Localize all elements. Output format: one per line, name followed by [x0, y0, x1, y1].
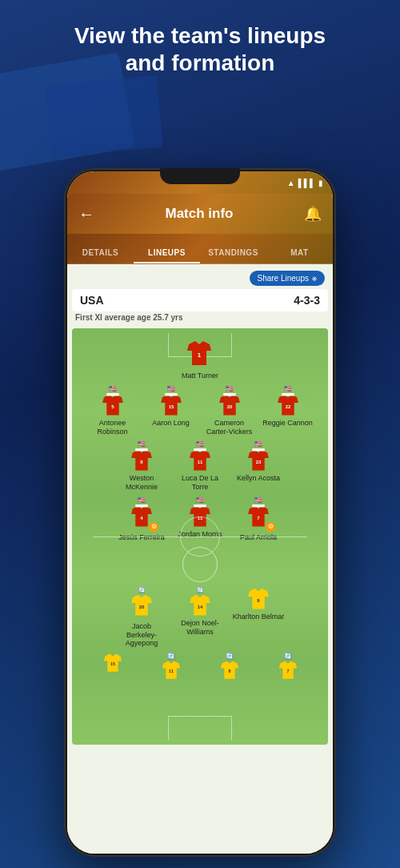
football-pitch: 1 Matt Turner 🇺🇸 5 — [72, 328, 328, 745]
phone-frame: ▲ ▌▌▌ ▮ ← Match info 🔔 DETAILS LINEUPS S… — [64, 168, 336, 857]
bench-1-jersey: 20 — [128, 593, 155, 617]
svg-text:23: 23 — [256, 460, 262, 464]
avg-age: First XI average age 25.7 yrs — [67, 311, 333, 325]
mid-1-jersey: 8 — [128, 448, 155, 472]
bench-player-4: 15 — [86, 653, 138, 673]
bench-3-name: Kharlton Belmar — [233, 613, 285, 621]
tab-standings[interactable]: STANDINGS — [200, 248, 266, 263]
defender-4-name: Reggie Cannon — [262, 419, 313, 428]
back-button[interactable]: ← — [78, 205, 94, 223]
midfielders-row: 🇺🇸 8 Weston McKennie 🇺🇸 — [75, 440, 325, 492]
content-area: Share Lineups ⎈ USA 4-3-3 First XI avera… — [67, 264, 333, 854]
defender-3-name: CameronCarter-Vickers — [206, 419, 252, 436]
defender-4-jersey: 22 — [274, 393, 302, 417]
bench-player-2: 🔄 14 Dejon Noel-Williams — [174, 587, 226, 637]
mid-3-name: Kellyn Acosta — [237, 474, 280, 483]
tab-lineups[interactable]: LINEUPS — [134, 248, 200, 263]
defender-2-jersey: 15 — [158, 393, 185, 417]
player-defender-3: 🇺🇸 20 CameronCarter-Vickers — [203, 385, 255, 436]
bench-player-1: 🔄 20 JacobBerkeley-Agyepong — [116, 587, 168, 648]
headline-line2: and formation — [126, 50, 275, 75]
battery-icon: ▮ — [318, 179, 323, 187]
bench-2-jersey: 14 — [186, 593, 214, 617]
player-mid-2: 🇺🇸 11 Luca De La Torre — [174, 440, 226, 492]
bg-decoration-2 — [45, 75, 162, 157]
bench-6-jersey: 8 — [218, 660, 242, 681]
bench-row-2: 15 🔄 11 🔄 8 — [75, 653, 325, 681]
formation-header: USA 4-3-3 — [72, 289, 328, 311]
player-fwd-3: 🇺🇸 7 ⚙ Paul Arriola — [233, 496, 285, 542]
player-defender-4: 🇺🇸 22 Reggie Cannon — [262, 385, 314, 428]
svg-text:11: 11 — [169, 669, 174, 674]
mid-2-jersey: 11 — [186, 448, 214, 472]
bench-3-jersey: 9 — [245, 587, 272, 611]
status-icons: ▲ ▌▌▌ ▮ — [287, 179, 323, 187]
bench-player-6: 🔄 8 — [203, 653, 255, 681]
phone-screen: ▲ ▌▌▌ ▮ ← Match info 🔔 DETAILS LINEUPS S… — [67, 171, 333, 854]
page-title: Match info — [166, 206, 234, 222]
tab-details[interactable]: DETAILS — [67, 248, 134, 263]
sub-icon-2: ⚙ — [266, 522, 275, 532]
wifi-icon: ▲ — [287, 179, 295, 187]
defender-3-jersey: 20 — [216, 393, 243, 417]
svg-text:15: 15 — [168, 404, 174, 409]
goalkeeper-row: 1 Matt Turner — [75, 340, 325, 380]
goalkeeper-jersey: 1 — [184, 340, 216, 370]
svg-text:20: 20 — [139, 605, 145, 609]
headline: View the team's lineups and formation — [0, 22, 400, 76]
defenders-row: 🇺🇸 5 AntoneeRobinson 🇺🇸 — [75, 385, 325, 436]
team-name: USA — [80, 294, 104, 307]
mid-1-name: Weston McKennie — [116, 474, 168, 492]
sub-icon-1: ⚙ — [149, 522, 158, 532]
bench-5-jersey: 11 — [159, 660, 183, 681]
share-label: Share Lineups — [258, 274, 310, 283]
player-fwd-1: 🇺🇸 4 ⚙ Jesús Ferreira — [116, 496, 168, 542]
player-defender-1: 🇺🇸 5 AntoneeRobinson — [86, 385, 138, 436]
tab-mat[interactable]: MAT — [266, 248, 333, 263]
svg-text:20: 20 — [226, 404, 232, 409]
svg-text:11: 11 — [198, 460, 203, 464]
mid-3-jersey: 23 — [245, 448, 272, 472]
share-bar: Share Lineups ⎈ — [67, 264, 333, 289]
phone-notch — [160, 168, 240, 184]
fwd-3-name: Paul Arriola — [240, 533, 277, 542]
bench-player-7: 🔄 7 — [262, 653, 314, 681]
bench-row-1: 🔄 20 JacobBerkeley-Agyepong 🔄 — [75, 587, 325, 648]
bench-player-5: 🔄 11 — [145, 653, 197, 681]
notification-icon[interactable]: 🔔 — [304, 205, 322, 223]
svg-text:1: 1 — [198, 352, 202, 359]
goalkeeper-jersey-svg: 1 — [184, 340, 214, 368]
bench-7-jersey: 7 — [276, 660, 300, 681]
headline-line1: View the team's lineups — [74, 23, 326, 48]
bench-4-jersey: 15 — [101, 653, 125, 673]
center-circle-pitch — [182, 547, 218, 582]
defender-1-name: AntoneeRobinson — [97, 419, 127, 436]
defender-2-name: Aaron Long — [152, 419, 190, 428]
player-defender-2: 🇺🇸 15 Aaron Long — [145, 385, 197, 428]
goalkeeper-name: Matt Turner — [182, 372, 218, 380]
player-mid-1: 🇺🇸 8 Weston McKennie — [116, 440, 168, 492]
svg-text:7: 7 — [286, 669, 289, 674]
bench-2-name: Dejon Noel-Williams — [174, 619, 226, 637]
mid-2-name: Luca De La Torre — [174, 474, 226, 492]
goal-box-bottom — [168, 716, 232, 740]
share-icon: ⎈ — [312, 274, 317, 283]
bench-player-3: 9 Kharlton Belmar — [233, 587, 285, 621]
defender-1-jersey: 5 — [99, 393, 126, 417]
svg-text:8: 8 — [228, 669, 230, 674]
svg-text:22: 22 — [285, 404, 290, 409]
formation-code: 4-3-3 — [294, 294, 320, 307]
signal-icon: ▌▌▌ — [298, 179, 315, 187]
share-lineups-button[interactable]: Share Lineups ⎈ — [250, 271, 326, 286]
svg-text:14: 14 — [198, 605, 203, 609]
tab-bar: DETAILS LINEUPS STANDINGS MAT — [67, 234, 333, 264]
svg-text:15: 15 — [110, 662, 115, 667]
top-bar: ← Match info 🔔 — [67, 194, 333, 234]
player-mid-3: 🇺🇸 23 Kellyn Acosta — [233, 440, 285, 483]
fwd-1-name: Jesús Ferreira — [118, 533, 165, 542]
bench-1-name: JacobBerkeley-Agyepong — [116, 622, 168, 648]
